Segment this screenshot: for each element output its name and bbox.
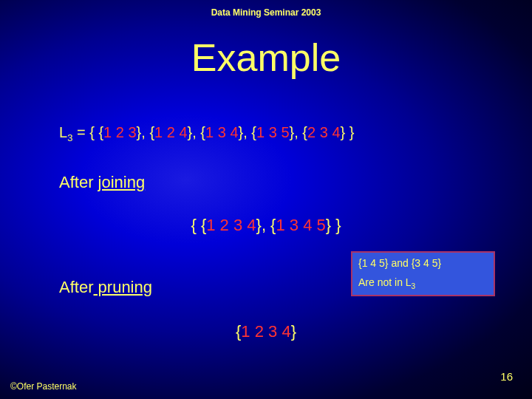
set3-close: } <box>239 124 244 140</box>
set2-vals: 1 2 4 <box>154 124 187 140</box>
jset2-vals: 1 3 4 5 <box>276 216 325 234</box>
l3-prefix: L <box>59 124 67 140</box>
note-line2a: Are not in L <box>358 276 412 288</box>
after-word2: After <box>59 278 93 296</box>
jset1-vals: 1 2 3 4 <box>206 216 256 234</box>
jset1-close: } <box>256 216 262 234</box>
after-joining-label: After joining <box>59 173 145 192</box>
l3-eq: = { <box>72 124 98 140</box>
joined-end: } <box>331 216 341 234</box>
l3-definition: L3 = { {1 2 3}, {1 2 4}, {1 3 4}, {1 3 5… <box>59 124 354 143</box>
set4-vals: 1 3 5 <box>256 124 289 140</box>
set1-close: } <box>137 124 142 140</box>
after-word: After <box>59 173 98 191</box>
footer-page-number: 16 <box>500 370 513 383</box>
joined-result: { {1 2 3 4}, {1 3 4 5} } <box>0 216 532 235</box>
joining-word: joining <box>98 173 146 191</box>
pruned-result: {1 2 3 4} <box>0 322 532 341</box>
set5-vals: 2 3 4 <box>307 124 340 140</box>
set1-vals: 1 2 3 <box>103 124 136 140</box>
slide: Data Mining Seminar 2003 Example L3 = { … <box>0 0 532 399</box>
set3-vals: 1 3 4 <box>205 124 238 140</box>
pruned-vals: 1 2 3 4 <box>241 322 290 341</box>
note-line1: {1 4 5} and {3 4 5} <box>358 257 488 269</box>
pruned-close: } <box>291 322 296 341</box>
after-pruning-label: After pruning <box>59 278 152 297</box>
footer-author: ©Ofer Pasternak <box>10 381 77 392</box>
joined-open: { <box>191 216 200 234</box>
set4-close: } <box>290 124 295 140</box>
set2-close: } <box>188 124 193 140</box>
pruning-word: pruning <box>93 278 152 296</box>
note-line2: Are not in L3 <box>358 276 488 290</box>
note-line2b: 3 <box>412 282 416 290</box>
note-box: {1 4 5} and {3 4 5} Are not in L3 <box>351 251 495 296</box>
slide-title: Example <box>0 35 532 80</box>
set5-open: { <box>302 124 307 140</box>
slide-header: Data Mining Seminar 2003 <box>0 7 532 18</box>
l3-end: } <box>345 124 354 140</box>
jset2-close: } <box>326 216 331 234</box>
